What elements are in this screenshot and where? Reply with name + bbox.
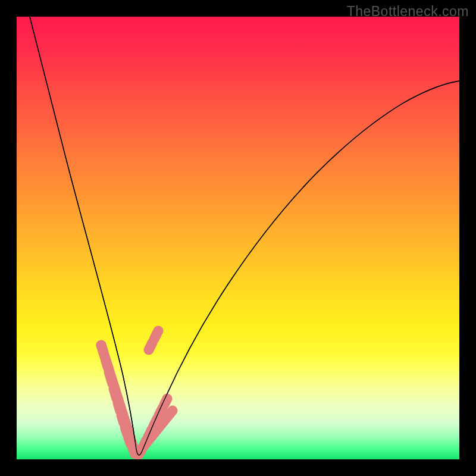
bead-group-right <box>139 331 167 455</box>
bottleneck-curve-overlay <box>30 17 459 455</box>
svg-line-1 <box>105 359 108 367</box>
bottleneck-curve <box>30 17 459 455</box>
chart-svg <box>17 17 459 459</box>
svg-line-13 <box>159 408 162 415</box>
svg-line-2 <box>109 372 112 384</box>
svg-line-3 <box>114 389 117 399</box>
bead-group-left <box>101 345 135 454</box>
svg-line-16 <box>154 331 158 339</box>
watermark-text: TheBottleneck.com <box>347 4 469 20</box>
svg-line-5 <box>121 415 124 423</box>
svg-line-15 <box>149 343 152 350</box>
svg-line-4 <box>118 403 120 411</box>
chart-plot-area <box>17 17 459 459</box>
svg-line-0 <box>101 345 104 353</box>
